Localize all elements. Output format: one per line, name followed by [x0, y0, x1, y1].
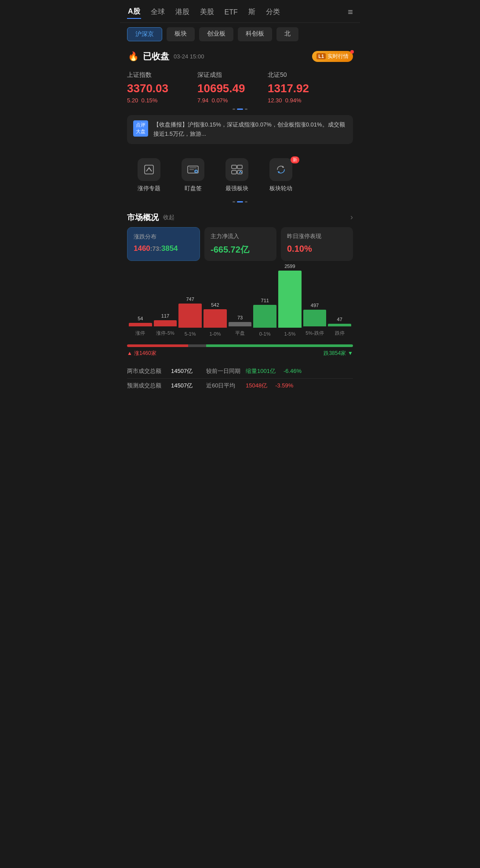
market-overview-title: 市场概况 — [127, 212, 159, 223]
progress-labels: ▲ 涨1460家 跌3854家 ▼ — [127, 350, 353, 357]
tool-dot-3 — [245, 201, 247, 203]
index-card-shenzhen[interactable]: 深证成指 10695.49 7.94 0.07% — [197, 71, 255, 104]
bar-label-bottom: 涨停 — [135, 330, 145, 336]
nav-item-si[interactable]: 斯 — [247, 6, 256, 18]
watchlist-icon — [182, 158, 204, 181]
ov-card-mainflow[interactable]: 主力净流入 -665.72亿 — [204, 227, 276, 261]
stats-value-0-1: 缩量1001亿 — [246, 367, 276, 375]
sub-nav-sector[interactable]: 板块 — [167, 27, 195, 41]
realtime-badge[interactable]: L1 实时行情 — [312, 51, 353, 62]
bar-body — [328, 324, 351, 326]
market-overview-header: 市场概况 收起 › — [120, 206, 360, 227]
stats-value-1-2: -3.59% — [275, 382, 293, 389]
svg-rect-9 — [232, 170, 236, 174]
tool-label-watchlist: 盯盘签 — [185, 184, 202, 192]
ov-card-value-1: -665.72亿 — [211, 244, 270, 256]
tool-rotation[interactable]: 新 板块轮动 — [259, 155, 303, 196]
tool-top-sector[interactable]: 最强板块 — [215, 155, 259, 196]
tool-limit-up[interactable]: 涨停专题 — [127, 155, 171, 196]
bar-body — [154, 320, 177, 326]
top-nav: A股 全球 港股 美股 ETF 斯 分类 ≡ — [120, 0, 360, 23]
nav-item-ashares[interactable]: A股 — [127, 5, 141, 19]
stats-table: 两市成交总额 14507亿 较前一日同期 缩量1001亿 -6.46% 预测成交… — [120, 360, 360, 397]
index-value-shangzheng: 3370.03 — [127, 82, 184, 95]
ov-card-yesterday[interactable]: 昨日涨停表现 0.10% — [281, 227, 353, 261]
bar-label-top: 47 — [337, 315, 342, 322]
bar-col: 54涨停 — [129, 314, 152, 336]
bar-label-bottom: 1-5% — [284, 331, 296, 336]
index-name-shenzhen: 深证成指 — [197, 71, 255, 79]
progress-up-label: ▲ 涨1460家 — [127, 350, 156, 357]
stats-label-0-1: 较前一日同期 — [206, 367, 241, 375]
nav-item-category[interactable]: 分类 — [265, 6, 281, 18]
top-sector-icon — [225, 158, 248, 181]
nav-menu-button[interactable]: ≡ — [348, 7, 353, 17]
market-time-label: 03-24 15:00 — [174, 53, 204, 60]
tool-label-top-sector: 最强板块 — [225, 184, 248, 192]
nav-item-usstocks[interactable]: 美股 — [199, 6, 215, 18]
bar-label-bottom: 平盘 — [235, 330, 245, 336]
sub-nav-shenzhenbeijing[interactable]: 沪深京 — [127, 27, 162, 41]
index-change-shenzhen: 7.94 0.07% — [197, 97, 255, 104]
bar-body — [229, 322, 252, 326]
index-value-shenzhen: 10695.49 — [197, 82, 255, 95]
bar-chart-container: 54涨停117涨停-5%7475-1%5421-0%73平盘7110-1%259… — [120, 266, 360, 341]
stats-value-0-0: 14507亿 — [171, 367, 202, 375]
index-change-shangzheng: 5.20 0.15% — [127, 97, 184, 104]
fire-icon: 🔥 — [127, 50, 139, 62]
bar-col: 47跌停 — [328, 315, 351, 336]
limit-up-icon — [138, 158, 160, 181]
bar-body — [129, 323, 152, 326]
sub-nav-star[interactable]: 科创板 — [238, 27, 272, 41]
news-banner[interactable]: 点评 大盘 【收盘播报】沪指涨0.15%，深证成指涨0.07%，创业板指涨0.0… — [127, 115, 353, 144]
index-scroll-dots — [120, 106, 360, 112]
badge-l1: L1 — [316, 53, 326, 59]
bar-label-top: 497 — [311, 301, 319, 308]
bar-body — [278, 271, 302, 328]
index-change-beizhen: 12.30 0.94% — [268, 97, 325, 104]
bar-label-bottom: 涨停-5% — [156, 330, 175, 336]
bar-label-bottom: 跌停 — [335, 330, 345, 336]
bar-label-top: 73 — [237, 313, 243, 320]
ov-card-value-0: 1460:73:3854 — [134, 244, 193, 253]
tool-watchlist[interactable]: 盯盘签 — [171, 155, 215, 196]
bar-label-top: 117 — [161, 311, 169, 318]
bar-label-top: 54 — [138, 314, 143, 321]
bar-col: 4975%-跌停 — [303, 301, 327, 336]
section-arrow-icon[interactable]: › — [350, 213, 353, 222]
index-card-shangzheng[interactable]: 上证指数 3370.03 5.20 0.15% — [127, 71, 184, 104]
tool-dot-2 — [237, 201, 243, 203]
sub-nav-north[interactable]: 北 — [276, 27, 298, 41]
bar-col: 7110-1% — [253, 296, 276, 336]
nav-item-global[interactable]: 全球 — [150, 6, 166, 18]
new-badge: 新 — [291, 156, 299, 163]
bar-body — [204, 309, 227, 328]
tool-dot-1 — [233, 201, 235, 203]
ov-card-distribution[interactable]: 涨跌分布 1460:73:3854 — [127, 227, 200, 261]
nav-item-etf[interactable]: ETF — [224, 7, 239, 18]
bar-label-bottom: 5-1% — [185, 331, 196, 336]
progress-bar — [127, 344, 353, 347]
collapse-button[interactable]: 收起 — [163, 213, 175, 221]
bar-body — [253, 305, 276, 328]
market-status-bar: 🔥 已收盘 03-24 15:00 L1 实时行情 — [120, 46, 360, 67]
stats-row-0: 两市成交总额 14507亿 较前一日同期 缩量1001亿 -6.46% — [127, 364, 353, 379]
bar-label-top: 711 — [261, 296, 269, 303]
news-badge: 点评 大盘 — [133, 120, 148, 137]
live-indicator-dot — [350, 50, 354, 54]
ov-card-title-0: 涨跌分布 — [134, 233, 193, 241]
sub-nav-chinext[interactable]: 创业板 — [199, 27, 233, 41]
index-card-beizhen[interactable]: 北证50 1317.92 12.30 0.94% — [268, 71, 325, 104]
index-cards-container: 上证指数 3370.03 5.20 0.15% 深证成指 10695.49 7.… — [120, 67, 360, 106]
bar-col: 25991-5% — [278, 262, 302, 336]
progress-container: ▲ 涨1460家 跌3854家 ▼ — [120, 341, 360, 360]
bar-col: 117涨停-5% — [154, 311, 177, 336]
index-value-beizhen: 1317.92 — [268, 82, 325, 95]
dot-1 — [233, 108, 235, 110]
bar-label-top: 542 — [211, 300, 219, 307]
stats-value-1-1: 15048亿 — [246, 382, 267, 390]
index-name-beizhen: 北证50 — [268, 71, 325, 79]
stats-value-0-2: -6.46% — [284, 368, 302, 374]
bar-body — [178, 304, 202, 328]
nav-item-hkstocks[interactable]: 港股 — [175, 6, 190, 18]
